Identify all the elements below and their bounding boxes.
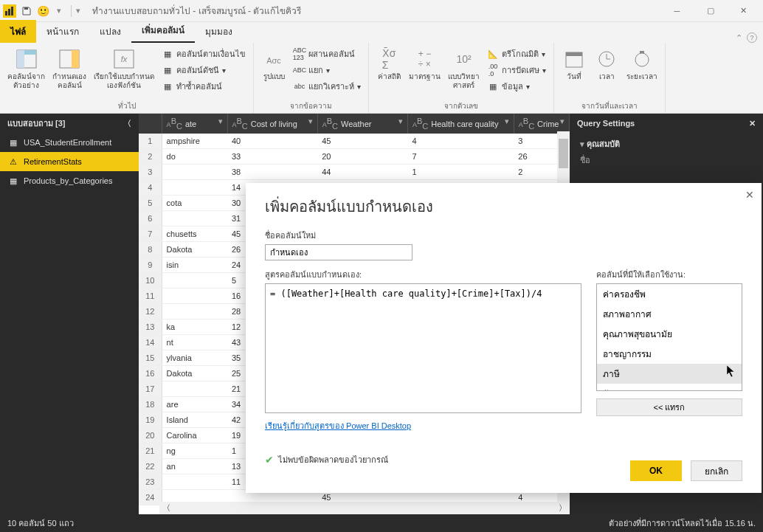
available-columns-list[interactable]: ค่าครองชีพสภาพอากาศคุณภาพสุขอนามัยอาชญาก… — [596, 283, 742, 391]
svg-rect-18 — [640, 51, 644, 53]
invoke-custom-function-button[interactable]: fx เรียกใช้แบบกำหนด เองฟังก์ชัน — [91, 46, 157, 91]
duration-button[interactable]: ระยะเวลา — [624, 46, 660, 83]
column-header[interactable]: ABCate▾ — [162, 114, 227, 134]
time-button[interactable]: เวลา — [591, 46, 622, 83]
title-bar: 🙂 ▾ ▾ ทำงานแบบสอบถามทั่วไป - เสร็จสมบูรณ… — [0, 0, 763, 22]
parse-button[interactable]: abcแยกวิเคราะห์ ▾ — [291, 78, 364, 94]
column-option[interactable]: ค่าครองชีพ — [597, 284, 742, 304]
query-item[interactable]: ▦Products_by_Categories — [0, 171, 139, 190]
tab-home[interactable]: หน้าแรก — [36, 20, 89, 43]
column-from-examples-button[interactable]: คอลัมน์จาก ตัวอย่าง — [4, 46, 48, 91]
table-icon: ▦ — [7, 175, 19, 187]
formula-input[interactable] — [265, 283, 581, 413]
ok-button[interactable]: OK — [630, 460, 682, 481]
duplicate-column-button[interactable]: ▦ทำซ้ำคอลัมน์ — [159, 78, 249, 94]
scientific-button[interactable]: 10²แบบวิทยา ศาสตร์ — [445, 46, 483, 91]
column-option[interactable]: สภาพอากาศ — [597, 304, 742, 324]
svg-rect-3 — [24, 7, 28, 10]
conditional-column-button[interactable]: ▦คอลัมน์ตามเงื่อนไข — [159, 46, 249, 62]
query-item[interactable]: ▦USA_StudentEnrollment — [0, 133, 139, 152]
dialog-close-icon[interactable]: ✕ — [745, 189, 754, 201]
tab-add-column[interactable]: เพิ่มคอลัมน์ — [131, 18, 195, 43]
properties-section-header: คุณสมบัติ — [587, 139, 620, 148]
tab-file[interactable]: ไฟล์ — [0, 20, 36, 43]
collapse-ribbon-icon[interactable]: ⌃ — [736, 33, 742, 43]
index-column-button[interactable]: ▦คอลัมน์ดัชนี ▾ — [159, 62, 249, 78]
svg-point-17 — [635, 53, 649, 66]
smiley-button[interactable]: 🙂 — [35, 4, 50, 18]
rounding-button[interactable]: .00.0การปัดเศษ ▾ — [484, 62, 549, 78]
formula-label: สูตรคอลัมน์แบบกำหนดเอง: — [265, 268, 581, 281]
collapse-queries-icon[interactable]: 〈 — [123, 118, 131, 129]
status-bar: 10 คอลัมน์ 50 แถว ตัวอย่างที่มีการดาวน์โ… — [0, 514, 763, 532]
svg-rect-6 — [24, 50, 36, 55]
svg-rect-5 — [17, 50, 24, 68]
column-option[interactable]: วัฒนธรรม — [597, 384, 742, 391]
app-icon — [3, 4, 16, 18]
tab-view[interactable]: มุมมอง — [195, 20, 243, 43]
information-button[interactable]: ▦ข้อมูล ▾ — [484, 78, 549, 94]
column-option[interactable]: อาชญากรรม — [597, 344, 742, 364]
table-row[interactable]: 1ampshire404543 — [139, 134, 570, 149]
svg-rect-13 — [566, 52, 582, 56]
table-icon: ▦ — [7, 137, 19, 148]
date-button[interactable]: วันที่ — [559, 46, 590, 83]
table-row[interactable]: 3384412 — [139, 165, 570, 180]
save-button[interactable] — [19, 4, 34, 18]
minimize-button[interactable]: ─ — [660, 1, 694, 21]
insert-button[interactable]: << แทรก — [596, 398, 742, 416]
ribbon: คอลัมน์จาก ตัวอย่าง กำหนดเอง คอลัมน์ fx … — [0, 43, 763, 114]
tab-transform[interactable]: แปลง — [89, 20, 131, 43]
warn-icon: ⚠ — [7, 156, 19, 167]
column-option[interactable]: ภาษี — [597, 364, 742, 384]
status-left: 10 คอลัมน์ 50 แถว — [7, 517, 74, 530]
new-column-name-label: ชื่อคอลัมน์ใหม่ — [265, 229, 742, 242]
queries-header: แบบสอบถาม [3] 〈 — [0, 114, 139, 133]
column-header[interactable]: ABCCrime▾ — [514, 114, 569, 134]
maximize-button[interactable]: ▢ — [694, 1, 727, 21]
close-settings-icon[interactable]: ✕ — [749, 119, 756, 128]
column-option[interactable]: คุณภาพสุขอนามัย — [597, 324, 742, 344]
status-right: ตัวอย่างที่มีการดาวน์โหลดไว้เมื่อ 15.16 … — [609, 517, 756, 530]
ribbon-group-datetime-label: จากวันที่และเวลา — [559, 99, 660, 111]
extract-button[interactable]: ABCแยก ▾ — [291, 62, 364, 78]
custom-column-button[interactable]: กำหนดเอง คอลัมน์ — [49, 46, 89, 91]
horizontal-scrollbar[interactable]: 〈〉 — [159, 502, 570, 514]
dialog-title: เพิ่มคอลัมน์แบบกำหนดเอง — [265, 195, 742, 218]
properties-name-label: ชื่อ — [580, 153, 753, 167]
learn-formula-link[interactable]: เรียนรู้เกี่ยวกับสูตรของ Power BI Deskto… — [265, 419, 581, 432]
trigonometry-button[interactable]: 📐ตรีโกณมิติ ▾ — [484, 46, 549, 62]
ribbon-group-number-label: จากตัวเลข — [373, 99, 549, 111]
window-title: ทำงานแบบสอบถามทั่วไป - เสร็จสมบูรณ์ - ตั… — [92, 4, 301, 18]
svg-rect-2 — [11, 7, 13, 15]
quick-access-toolbar: 🙂 ▾ ▾ — [19, 4, 80, 18]
format-button[interactable]: Aσc รูปแบบ — [258, 46, 289, 83]
queries-panel: แบบสอบถาม [3] 〈 ▦USA_StudentEnrollment⚠R… — [0, 114, 139, 514]
syntax-valid-message: ✔ ไม่พบข้อผิดพลาดของไวยากรณ์ — [265, 453, 581, 466]
svg-rect-8 — [72, 50, 79, 68]
svg-rect-0 — [5, 11, 7, 15]
available-columns-label: คอลัมน์ที่มีให้เลือกใช้งาน: — [596, 268, 742, 281]
help-icon[interactable]: ? — [747, 32, 757, 43]
svg-text:Aσc: Aσc — [266, 56, 281, 65]
ribbon-group-text-label: จากข้อความ — [258, 99, 364, 111]
column-header[interactable]: ABCWeather▾ — [317, 114, 407, 134]
column-header[interactable]: ABCHealth care quality▾ — [407, 114, 514, 134]
query-settings-title: Query Settings — [577, 119, 635, 128]
svg-text:fx: fx — [121, 55, 128, 63]
ribbon-group-general-label: ทั่วไป — [4, 99, 249, 111]
check-icon: ✔ — [265, 454, 274, 466]
svg-rect-1 — [8, 9, 10, 15]
standard-button[interactable]: + −÷ ×มาตรฐาน — [406, 46, 443, 83]
ribbon-tabs: ไฟล์ หน้าแรก แปลง เพิ่มคอลัมน์ มุมมอง ⌃ … — [0, 22, 763, 43]
new-column-name-input[interactable] — [265, 244, 412, 260]
cancel-button[interactable]: ยกเลิก — [691, 460, 742, 481]
query-item[interactable]: ⚠RetirementStats — [0, 152, 139, 171]
merge-columns-button[interactable]: ABC123ผสานคอลัมน์ — [291, 46, 364, 62]
column-header[interactable]: ABCCost of living▾ — [227, 114, 317, 134]
table-row[interactable]: 2do3320726 — [139, 149, 570, 165]
custom-column-dialog: ✕ เพิ่มคอลัมน์แบบกำหนดเอง ชื่อคอลัมน์ใหม… — [246, 183, 762, 493]
statistics-button[interactable]: X̄σΣค่าสถิติ — [373, 46, 404, 83]
qat-dropdown[interactable]: ▾ — [52, 4, 66, 18]
close-button[interactable]: ✕ — [727, 1, 760, 21]
